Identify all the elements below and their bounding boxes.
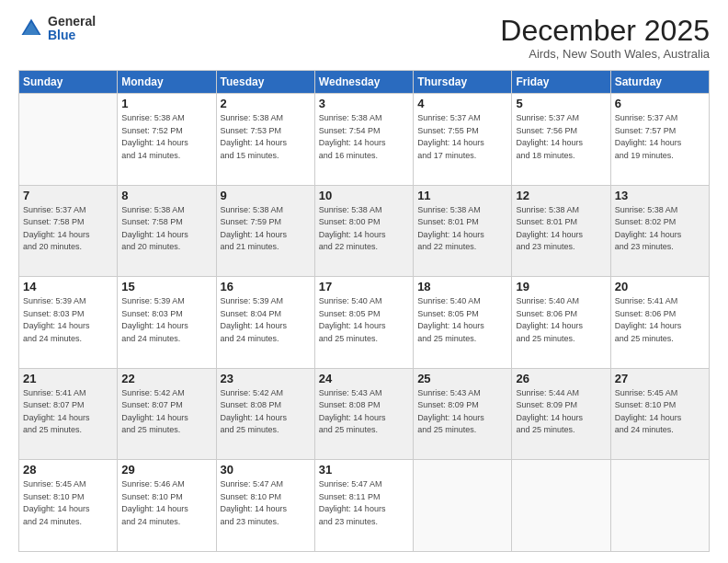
day-detail: Sunrise: 5:42 AM Sunset: 8:07 PM Dayligh… xyxy=(121,387,211,437)
table-row: 25Sunrise: 5:43 AM Sunset: 8:09 PM Dayli… xyxy=(414,368,512,460)
day-number: 8 xyxy=(121,189,211,202)
table-row: 10Sunrise: 5:38 AM Sunset: 8:00 PM Dayli… xyxy=(314,185,413,277)
day-detail: Sunrise: 5:38 AM Sunset: 8:00 PM Dayligh… xyxy=(319,204,409,254)
table-row: 27Sunrise: 5:45 AM Sunset: 8:10 PM Dayli… xyxy=(610,368,709,460)
day-number: 24 xyxy=(319,372,409,385)
table-row: 4Sunrise: 5:37 AM Sunset: 7:55 PM Daylig… xyxy=(414,94,512,186)
table-row xyxy=(414,460,512,552)
day-number: 30 xyxy=(221,463,311,477)
day-detail: Sunrise: 5:38 AM Sunset: 8:02 PM Dayligh… xyxy=(615,204,705,254)
header: General Blue December 2025 Airds, New So… xyxy=(18,15,710,61)
day-number: 25 xyxy=(417,372,507,385)
table-row: 5Sunrise: 5:37 AM Sunset: 7:56 PM Daylig… xyxy=(512,94,610,186)
logo-icon xyxy=(18,16,44,41)
day-number: 14 xyxy=(23,280,113,293)
day-number: 28 xyxy=(23,463,113,477)
table-row: 28Sunrise: 5:45 AM Sunset: 8:10 PM Dayli… xyxy=(19,460,118,552)
day-detail: Sunrise: 5:38 AM Sunset: 8:01 PM Dayligh… xyxy=(417,204,507,254)
calendar-week-row: 14Sunrise: 5:39 AM Sunset: 8:03 PM Dayli… xyxy=(19,277,710,369)
table-row: 11Sunrise: 5:38 AM Sunset: 8:01 PM Dayli… xyxy=(414,185,512,277)
table-row: 15Sunrise: 5:39 AM Sunset: 8:03 PM Dayli… xyxy=(118,277,216,369)
table-row: 21Sunrise: 5:41 AM Sunset: 8:07 PM Dayli… xyxy=(19,368,118,460)
day-number: 18 xyxy=(417,280,507,293)
day-detail: Sunrise: 5:40 AM Sunset: 8:05 PM Dayligh… xyxy=(319,295,409,345)
day-detail: Sunrise: 5:41 AM Sunset: 8:07 PM Dayligh… xyxy=(23,387,113,437)
day-detail: Sunrise: 5:47 AM Sunset: 8:11 PM Dayligh… xyxy=(319,478,409,528)
day-detail: Sunrise: 5:41 AM Sunset: 8:06 PM Dayligh… xyxy=(615,295,705,345)
title-area: December 2025 Airds, New South Wales, Au… xyxy=(500,15,710,61)
day-number: 10 xyxy=(319,189,409,202)
day-detail: Sunrise: 5:38 AM Sunset: 7:53 PM Dayligh… xyxy=(221,112,311,162)
day-number: 9 xyxy=(221,189,311,202)
table-row xyxy=(610,460,709,552)
header-monday: Monday xyxy=(118,71,216,94)
day-number: 2 xyxy=(221,97,311,110)
table-row xyxy=(19,94,118,186)
header-sunday: Sunday xyxy=(19,71,118,94)
calendar-table: Sunday Monday Tuesday Wednesday Thursday… xyxy=(18,70,710,552)
day-detail: Sunrise: 5:38 AM Sunset: 7:58 PM Dayligh… xyxy=(121,204,211,254)
table-row: 19Sunrise: 5:40 AM Sunset: 8:06 PM Dayli… xyxy=(512,277,610,369)
table-row: 29Sunrise: 5:46 AM Sunset: 8:10 PM Dayli… xyxy=(118,460,216,552)
day-detail: Sunrise: 5:40 AM Sunset: 8:06 PM Dayligh… xyxy=(516,295,606,345)
day-number: 5 xyxy=(516,97,606,110)
table-row: 1Sunrise: 5:38 AM Sunset: 7:52 PM Daylig… xyxy=(118,94,216,186)
table-row: 14Sunrise: 5:39 AM Sunset: 8:03 PM Dayli… xyxy=(19,277,118,369)
table-row: 23Sunrise: 5:42 AM Sunset: 8:08 PM Dayli… xyxy=(216,368,314,460)
day-number: 31 xyxy=(319,463,409,477)
day-detail: Sunrise: 5:47 AM Sunset: 8:10 PM Dayligh… xyxy=(221,478,311,528)
day-detail: Sunrise: 5:40 AM Sunset: 8:05 PM Dayligh… xyxy=(417,295,507,345)
table-row: 9Sunrise: 5:38 AM Sunset: 7:59 PM Daylig… xyxy=(216,185,314,277)
day-detail: Sunrise: 5:43 AM Sunset: 8:09 PM Dayligh… xyxy=(417,387,507,437)
day-detail: Sunrise: 5:45 AM Sunset: 8:10 PM Dayligh… xyxy=(23,478,113,528)
header-tuesday: Tuesday xyxy=(216,71,314,94)
day-number: 19 xyxy=(516,280,606,293)
header-wednesday: Wednesday xyxy=(314,71,413,94)
day-detail: Sunrise: 5:38 AM Sunset: 7:59 PM Dayligh… xyxy=(221,204,311,254)
day-detail: Sunrise: 5:45 AM Sunset: 8:10 PM Dayligh… xyxy=(615,387,705,437)
table-row: 2Sunrise: 5:38 AM Sunset: 7:53 PM Daylig… xyxy=(216,94,314,186)
day-number: 7 xyxy=(23,189,113,202)
day-detail: Sunrise: 5:44 AM Sunset: 8:09 PM Dayligh… xyxy=(516,387,606,437)
calendar-header-row: Sunday Monday Tuesday Wednesday Thursday… xyxy=(19,71,710,94)
day-detail: Sunrise: 5:37 AM Sunset: 7:55 PM Dayligh… xyxy=(417,112,507,162)
table-row: 24Sunrise: 5:43 AM Sunset: 8:08 PM Dayli… xyxy=(314,368,413,460)
header-friday: Friday xyxy=(512,71,610,94)
header-thursday: Thursday xyxy=(414,71,512,94)
day-number: 11 xyxy=(417,189,507,202)
table-row: 3Sunrise: 5:38 AM Sunset: 7:54 PM Daylig… xyxy=(314,94,413,186)
day-detail: Sunrise: 5:46 AM Sunset: 8:10 PM Dayligh… xyxy=(121,478,211,528)
table-row: 22Sunrise: 5:42 AM Sunset: 8:07 PM Dayli… xyxy=(118,368,216,460)
table-row: 17Sunrise: 5:40 AM Sunset: 8:05 PM Dayli… xyxy=(314,277,413,369)
logo-blue-text: Blue xyxy=(48,29,96,42)
calendar-week-row: 1Sunrise: 5:38 AM Sunset: 7:52 PM Daylig… xyxy=(19,94,710,186)
day-detail: Sunrise: 5:37 AM Sunset: 7:57 PM Dayligh… xyxy=(615,112,705,162)
day-detail: Sunrise: 5:38 AM Sunset: 8:01 PM Dayligh… xyxy=(516,204,606,254)
table-row: 12Sunrise: 5:38 AM Sunset: 8:01 PM Dayli… xyxy=(512,185,610,277)
day-number: 4 xyxy=(417,97,507,110)
logo-general-text: General xyxy=(48,15,96,29)
day-number: 6 xyxy=(615,97,705,110)
table-row: 20Sunrise: 5:41 AM Sunset: 8:06 PM Dayli… xyxy=(610,277,709,369)
header-saturday: Saturday xyxy=(610,71,709,94)
day-number: 29 xyxy=(121,463,211,477)
table-row: 7Sunrise: 5:37 AM Sunset: 7:58 PM Daylig… xyxy=(19,185,118,277)
day-number: 23 xyxy=(221,372,311,385)
calendar-week-row: 7Sunrise: 5:37 AM Sunset: 7:58 PM Daylig… xyxy=(19,185,710,277)
day-number: 13 xyxy=(615,189,705,202)
table-row xyxy=(512,460,610,552)
day-number: 12 xyxy=(516,189,606,202)
table-row: 18Sunrise: 5:40 AM Sunset: 8:05 PM Dayli… xyxy=(414,277,512,369)
table-row: 30Sunrise: 5:47 AM Sunset: 8:10 PM Dayli… xyxy=(216,460,314,552)
table-row: 6Sunrise: 5:37 AM Sunset: 7:57 PM Daylig… xyxy=(610,94,709,186)
table-row: 16Sunrise: 5:39 AM Sunset: 8:04 PM Dayli… xyxy=(216,277,314,369)
table-row: 26Sunrise: 5:44 AM Sunset: 8:09 PM Dayli… xyxy=(512,368,610,460)
calendar-week-row: 28Sunrise: 5:45 AM Sunset: 8:10 PM Dayli… xyxy=(19,460,710,552)
day-detail: Sunrise: 5:43 AM Sunset: 8:08 PM Dayligh… xyxy=(319,387,409,437)
day-number: 17 xyxy=(319,280,409,293)
page: General Blue December 2025 Airds, New So… xyxy=(0,0,728,563)
logo-text: General Blue xyxy=(48,15,96,43)
day-number: 1 xyxy=(121,97,211,110)
calendar-week-row: 21Sunrise: 5:41 AM Sunset: 8:07 PM Dayli… xyxy=(19,368,710,460)
day-number: 26 xyxy=(516,372,606,385)
